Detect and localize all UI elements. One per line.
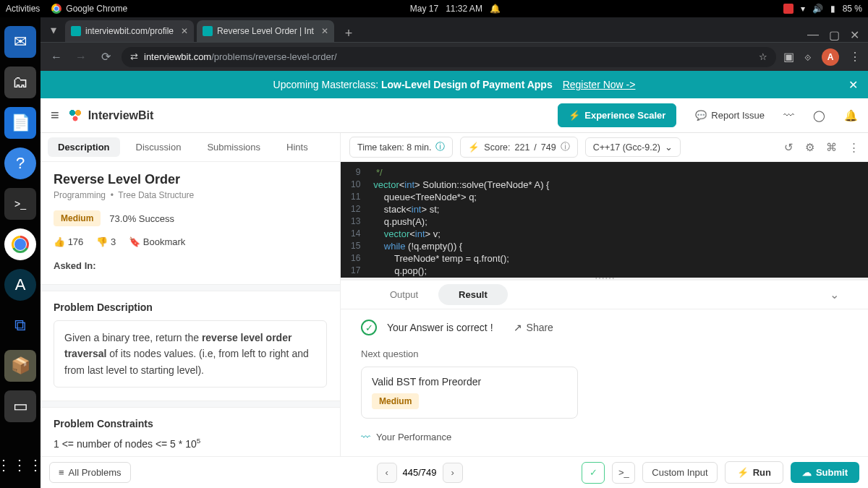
bookmark-button[interactable]: 🔖 Bookmark [129, 236, 185, 247]
profile-icon[interactable]: ◯ [813, 109, 825, 122]
screen-record-icon[interactable] [783, 4, 793, 14]
breadcrumb: Programming • Tree Data Structure [54, 190, 327, 200]
activities-button[interactable]: Activities [6, 4, 40, 14]
dock-android-studio-icon[interactable]: A [4, 269, 36, 301]
dock-files-icon[interactable]: 🗂 [4, 67, 36, 98]
dock-writer-icon[interactable]: 📄 [4, 107, 36, 139]
code-editor[interactable]: 9101112131415161718 */ vector<int> Solut… [341, 162, 868, 278]
bookmark-star-icon[interactable]: ☆ [759, 51, 767, 62]
new-tab-button[interactable]: + [340, 25, 357, 42]
battery-percent: 85 % [843, 4, 862, 14]
nav-forward-button[interactable]: → [72, 48, 90, 66]
upvote-button[interactable]: 👍 176 [54, 236, 83, 247]
run-button[interactable]: ⚡ Run [725, 461, 783, 484]
site-info-icon[interactable]: ⇄ [130, 51, 138, 62]
page-footer: ≡ All Problems ‹ 445/749 › ✓ >_ Custom I… [41, 456, 868, 488]
share-icon: ↗ [514, 322, 522, 333]
close-tab-icon[interactable]: ✕ [321, 26, 328, 36]
chevron-down-icon: ⌄ [665, 142, 673, 153]
dock-vscode-icon[interactable]: ⧉ [4, 309, 36, 341]
dock-help-icon[interactable]: ? [4, 147, 36, 179]
dock-terminal-icon[interactable]: >_ [4, 188, 36, 220]
console-icon[interactable]: >_ [612, 462, 635, 484]
url-input[interactable]: ⇄ interviewbit.com/problems/reverse-leve… [122, 47, 776, 67]
custom-input-button[interactable]: Custom Input [642, 462, 717, 483]
os-dock: ✉ 🗂 📄 ? >_ A ⧉ 📦 ▭ ⋮⋮⋮ [0, 17, 41, 488]
asked-in-label: Asked In: [54, 260, 327, 271]
problem-panel: Description Discussion Submissions Hints… [41, 133, 341, 456]
chrome-indicator-icon [51, 4, 61, 14]
dock-apps-grid-icon[interactable]: ⋮⋮⋮ [4, 449, 36, 481]
dock-chrome-icon[interactable] [4, 228, 36, 260]
chrome-menu-icon[interactable]: ⋮ [849, 50, 861, 64]
problem-title: Reverse Level Order [54, 172, 327, 187]
bolt-icon: ⚡ [737, 467, 749, 478]
volume-icon[interactable]: 🔊 [812, 4, 823, 14]
wifi-icon[interactable]: ▾ [801, 4, 805, 14]
banner-text: Upcoming Masterclass: Low-Level Design o… [273, 79, 553, 90]
profile-avatar-button[interactable]: A [822, 48, 839, 66]
tab-list-button[interactable]: ▾ [45, 17, 62, 42]
active-app-label: Google Chrome [66, 4, 127, 14]
info-icon[interactable]: ⓘ [561, 141, 570, 153]
os-top-bar: Activities Google Chrome May 17 11:32 AM… [0, 0, 868, 17]
activity-icon[interactable]: 〰 [783, 109, 794, 121]
dock-thunderbird-icon[interactable]: ✉ [4, 26, 36, 58]
result-body: ✓ Your Answer is correct ! ↗ Share Next … [341, 309, 868, 456]
tab-hints[interactable]: Hints [276, 137, 318, 157]
tab-item[interactable]: interviewbit.com/profile ✕ [65, 20, 194, 42]
undo-icon[interactable]: ↺ [784, 141, 793, 154]
os-time: 11:32 AM [446, 4, 482, 14]
nav-reload-button[interactable]: ⟳ [97, 48, 114, 66]
split-handle[interactable]: ⋯⋯ [341, 278, 868, 281]
tab-item-active[interactable]: Reverse Level Order | Int ✕ [197, 20, 334, 42]
section-constraints-heading: Problem Constraints [54, 418, 327, 429]
tab-description[interactable]: Description [48, 137, 120, 157]
experience-scaler-button[interactable]: ⚡ Experience Scaler [558, 103, 676, 127]
check-status-icon[interactable]: ✓ [582, 462, 605, 484]
banner-link[interactable]: Register Now -> [563, 79, 636, 90]
battery-icon[interactable]: ▮ [830, 4, 835, 14]
brand-logo[interactable]: InterviewBit [68, 108, 154, 123]
window-close-icon[interactable]: ✕ [850, 28, 859, 42]
tab-submissions[interactable]: Submissions [197, 137, 271, 157]
window-minimize-icon[interactable]: — [807, 28, 819, 42]
banner-close-icon[interactable]: ✕ [848, 78, 858, 92]
output-tabs: Output Result ⌄ [341, 281, 868, 309]
tab-discussion[interactable]: Discussion [126, 137, 192, 157]
info-icon[interactable]: ⓘ [435, 141, 445, 153]
downvote-button[interactable]: 👎 3 [96, 236, 116, 247]
page-counter: 445/749 [403, 467, 437, 478]
keyboard-icon[interactable]: ⌘ [826, 141, 837, 154]
more-icon[interactable]: ⋮ [848, 141, 859, 154]
tab-strip: ▾ interviewbit.com/profile ✕ Reverse Lev… [41, 17, 868, 42]
share-button[interactable]: ↗ Share [514, 322, 553, 333]
tab-result[interactable]: Result [438, 284, 508, 305]
hamburger-icon[interactable]: ≡ [51, 107, 59, 124]
settings-icon[interactable]: ⚙ [805, 141, 814, 154]
next-problem-button[interactable]: › [443, 463, 463, 483]
tab-title: Reverse Level Order | Int [217, 26, 314, 36]
report-issue-button[interactable]: 💬 Report Issue [695, 110, 765, 121]
paginator: ‹ 445/749 › [377, 463, 463, 483]
prev-problem-button[interactable]: ‹ [377, 463, 397, 483]
submit-button[interactable]: ☁ Submit [791, 462, 859, 483]
tab-output[interactable]: Output [370, 284, 438, 305]
dock-editor-icon[interactable]: ▭ [4, 390, 36, 422]
extensions-icon[interactable]: ⟐ [804, 51, 812, 64]
pulse-icon: 〰 [361, 432, 370, 442]
all-problems-button[interactable]: ≡ All Problems [49, 462, 131, 483]
nav-back-button[interactable]: ← [48, 48, 65, 66]
close-tab-icon[interactable]: ✕ [181, 26, 188, 36]
list-icon: ≡ [59, 467, 64, 478]
next-question-card[interactable]: Valid BST from Preorder Medium [361, 367, 578, 419]
chrome-window: ▾ interviewbit.com/profile ✕ Reverse Lev… [41, 17, 868, 488]
collapse-output-icon[interactable]: ⌄ [830, 288, 839, 301]
language-select[interactable]: C++17 (Gcc-9.2) ⌄ [585, 137, 681, 157]
bell-icon[interactable]: 🔔 [844, 109, 858, 122]
zoom-icon[interactable]: ▣ [783, 50, 794, 64]
notifications-icon[interactable]: 🔔 [490, 4, 501, 14]
problem-description-text: Given a binary tree, return the reverse … [54, 320, 327, 388]
window-maximize-icon[interactable]: ▢ [829, 28, 840, 42]
dock-archive-icon[interactable]: 📦 [4, 350, 36, 382]
